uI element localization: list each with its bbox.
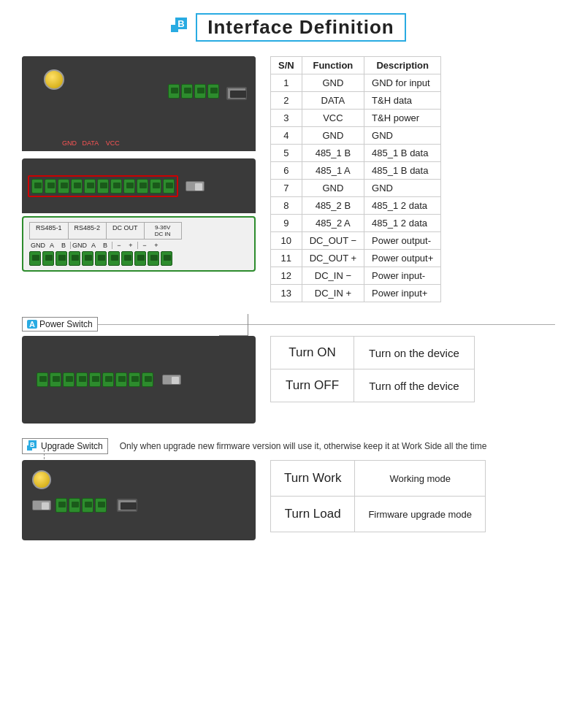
terminal xyxy=(123,179,135,194)
table-row: 1 GND GND for input xyxy=(271,74,441,92)
badge-a: A xyxy=(27,320,37,329)
upgrade-table-row: Turn Work Working mode xyxy=(271,461,486,497)
upgrade-device-panel xyxy=(22,460,256,540)
terminal xyxy=(161,251,172,266)
cell-function: DC_IN + xyxy=(302,285,364,302)
pin-label: GND xyxy=(31,242,45,249)
power-description: Turn off the device xyxy=(354,369,475,402)
cell-function: DATA xyxy=(302,92,364,110)
terminal xyxy=(108,251,120,266)
table-row: 7 GND GND xyxy=(271,180,441,197)
terminal xyxy=(97,179,109,194)
terminal xyxy=(58,179,69,194)
device-images: GND DATA VCC xyxy=(22,56,256,272)
cell-description: Power input- xyxy=(364,267,441,285)
terminal xyxy=(168,84,180,99)
gnd-label: GND DATA VCC xyxy=(62,139,120,147)
col-description: Description xyxy=(364,57,441,74)
power-description: Turn on the device xyxy=(354,337,475,369)
cell-function: DC_IN − xyxy=(302,267,364,285)
terminal xyxy=(71,179,83,194)
upgrade-description: Firmware upgrade mode xyxy=(355,497,486,532)
power-table-wrap: Turn ON Turn on the device Turn OFF Turn… xyxy=(270,336,555,424)
terminal xyxy=(76,372,88,387)
terminal xyxy=(56,498,67,513)
upgrade-yellow-button xyxy=(32,470,51,489)
terminal xyxy=(56,251,67,266)
page-header: B Interface Definition xyxy=(0,0,577,49)
terminal xyxy=(69,498,80,513)
terminal xyxy=(121,251,133,266)
table-row: 9 485_2 A 485_1 2 data xyxy=(271,215,441,232)
table-row: 8 485_2 B 485_1 2 data xyxy=(271,197,441,215)
interface-table: S/N Function Description 1 GND GND for i… xyxy=(270,56,441,302)
cell-description: 485_1 B data xyxy=(364,145,441,162)
terminal xyxy=(84,179,96,194)
upgrade-description: Working mode xyxy=(355,461,486,497)
upgrade-usb-port xyxy=(117,499,137,512)
upgrade-function: Turn Load xyxy=(271,497,355,532)
toggle-switch-mid[interactable] xyxy=(186,181,205,191)
terminal xyxy=(50,372,61,387)
table-row: 3 VCC T&H power xyxy=(271,110,441,127)
cell-function: DC_OUT + xyxy=(302,250,364,267)
usb-port xyxy=(226,87,247,100)
terminal xyxy=(82,498,93,513)
pin-label: − xyxy=(114,242,124,249)
terminal xyxy=(37,372,48,387)
group-rs485-1: RS485-1 xyxy=(29,222,68,240)
table-row: 13 DC_IN + Power input+ xyxy=(271,285,441,302)
terminal xyxy=(95,251,107,266)
cell-sn: 9 xyxy=(271,215,302,232)
bracket-line-horizontal xyxy=(98,324,555,325)
table-row: 10 DC_OUT − Power output- xyxy=(271,232,441,250)
upgrade-toggle-switch[interactable] xyxy=(32,500,51,510)
terminal xyxy=(194,84,206,99)
terminal xyxy=(181,84,193,99)
cell-sn: 4 xyxy=(271,127,302,145)
terminal-group-top xyxy=(168,84,219,99)
group-dc-in: 9-36VDC IN xyxy=(144,222,182,240)
table-row: 2 DATA T&H data xyxy=(271,92,441,110)
upgrade-table-row: Turn Load Firmware upgrade mode xyxy=(271,497,486,532)
b-icon: B xyxy=(171,18,191,38)
cell-sn: 6 xyxy=(271,162,302,180)
cell-description: T&H power xyxy=(364,110,441,127)
power-table: Turn ON Turn on the device Turn OFF Turn… xyxy=(270,336,475,402)
cell-description: 485_1 2 data xyxy=(364,215,441,232)
power-function: Turn ON xyxy=(271,337,354,369)
terminal xyxy=(95,498,107,513)
terminal xyxy=(134,251,146,266)
power-switch-label: A Power Switch xyxy=(22,317,98,332)
terminal-row-boxed xyxy=(28,175,178,197)
terminal xyxy=(82,251,93,266)
terminal-diagram: RS485-1 RS485-2 DC OUT 9-36VDC IN GND A … xyxy=(22,216,256,272)
cell-sn: 13 xyxy=(271,285,302,302)
cell-sn: 3 xyxy=(271,110,302,127)
terminal xyxy=(29,251,41,266)
upgrade-table-wrap: Turn Work Working mode Turn Load Firmwar… xyxy=(270,460,555,540)
terminal xyxy=(110,179,122,194)
terminal xyxy=(115,372,127,387)
table-row: 4 GND GND xyxy=(271,127,441,145)
power-toggle-switch[interactable] xyxy=(162,375,181,385)
power-table-row: Turn OFF Turn off the device xyxy=(271,369,475,402)
cell-function: GND xyxy=(302,74,364,92)
cell-description: T&H data xyxy=(364,92,441,110)
terminal xyxy=(137,179,148,194)
cell-function: 485_1 A xyxy=(302,162,364,180)
group-dc-out: DC OUT xyxy=(106,222,144,240)
power-table-row: Turn ON Turn on the device xyxy=(271,337,475,369)
power-function: Turn OFF xyxy=(271,369,354,402)
yellow-button xyxy=(44,69,64,90)
cell-sn: 8 xyxy=(271,197,302,215)
terminal xyxy=(148,251,159,266)
b-badge-icon: B xyxy=(27,440,39,452)
cell-function: 485_2 B xyxy=(302,197,364,215)
cell-description: Power input+ xyxy=(364,285,441,302)
power-device-panel xyxy=(22,336,256,424)
cell-description: GND for input xyxy=(364,74,441,92)
terminal xyxy=(129,372,140,387)
terminal xyxy=(102,372,114,387)
terminal xyxy=(207,84,219,99)
